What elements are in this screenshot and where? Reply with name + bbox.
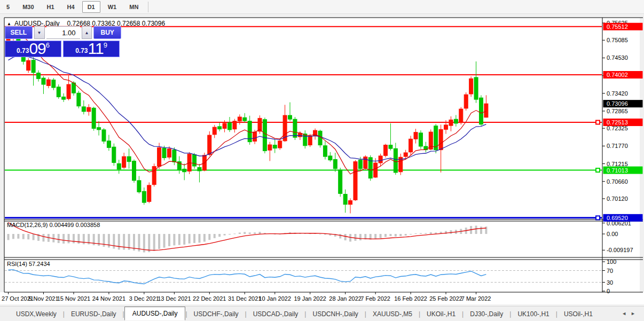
svg-text:30: 30 bbox=[607, 279, 613, 286]
svg-text:0.73420: 0.73420 bbox=[607, 90, 628, 97]
buy-button[interactable]: BUY bbox=[93, 26, 121, 39]
macd-bar bbox=[480, 226, 482, 234]
macd-bar bbox=[410, 234, 412, 234]
tab-usdchf-daily[interactable]: USDCHF-,Daily bbox=[187, 308, 245, 320]
candle-body bbox=[404, 153, 407, 156]
svg-text:13 Dec 2021: 13 Dec 2021 bbox=[158, 295, 191, 302]
chevron-down-icon: ▼ bbox=[37, 30, 42, 35]
candle-body bbox=[87, 107, 91, 112]
tab-dj30-daily[interactable]: DJ30-,Daily bbox=[464, 308, 509, 320]
candle-body bbox=[358, 160, 362, 169]
macd-bar bbox=[103, 234, 105, 247]
candle-body bbox=[172, 150, 176, 162]
macd-bar bbox=[344, 234, 347, 240]
tab-xauusd-m5[interactable]: XAUUSD-,M5 bbox=[366, 308, 419, 320]
macd-bar bbox=[214, 234, 216, 238]
candle-body bbox=[198, 167, 201, 171]
svg-text:28 Jan 2022: 28 Jan 2022 bbox=[329, 295, 362, 302]
sell-price-display[interactable]: 0.73 09 6 bbox=[5, 41, 61, 57]
tab-ukoil-h1[interactable]: UKOil-,H1 bbox=[420, 308, 462, 320]
volume-input[interactable] bbox=[46, 26, 80, 39]
candle-body bbox=[349, 201, 352, 205]
candle-body bbox=[142, 191, 146, 202]
candle-body bbox=[318, 131, 322, 145]
candle-body bbox=[162, 148, 166, 158]
candle-body bbox=[263, 120, 266, 151]
buy-price-pip: 9 bbox=[104, 41, 107, 49]
tab-scroll-left-icon[interactable]: ◄ bbox=[622, 311, 631, 316]
macd-bar bbox=[339, 234, 341, 238]
tab-usdcnh-daily[interactable]: USDCNH-,Daily bbox=[306, 308, 364, 320]
chevron-up-icon: ▲ bbox=[84, 30, 89, 35]
candle-body bbox=[409, 139, 413, 152]
candle-body bbox=[288, 115, 292, 119]
candle-body bbox=[67, 84, 70, 99]
panel-collapse-icon[interactable]: ▲ bbox=[7, 21, 11, 26]
macd-bar bbox=[384, 234, 387, 237]
candle-body bbox=[167, 149, 171, 158]
tab-eurusd-daily[interactable]: EURUSD-,Daily bbox=[65, 308, 123, 320]
price-level-badge-label: 0.71013 bbox=[607, 167, 628, 174]
candle-body bbox=[333, 159, 337, 168]
macd-bar bbox=[319, 234, 321, 234]
candle-body bbox=[183, 169, 186, 171]
candle-body bbox=[233, 121, 237, 129]
svg-text:25 Feb 2022: 25 Feb 2022 bbox=[429, 295, 462, 302]
candle-body bbox=[484, 104, 488, 118]
macd-bar bbox=[193, 234, 195, 243]
chart-tab-bar: USDX,Weekly|EURUSD-,Daily|AUDUSD-,Daily|… bbox=[0, 306, 644, 321]
candle-body bbox=[414, 132, 418, 139]
candle-body bbox=[27, 60, 30, 71]
candle-body bbox=[374, 163, 378, 177]
sell-price-pip: 6 bbox=[46, 41, 50, 49]
candle-body bbox=[227, 123, 231, 130]
volume-increase-button[interactable]: ▲ bbox=[82, 26, 92, 39]
level-handle[interactable] bbox=[596, 168, 600, 172]
level-handle[interactable] bbox=[596, 216, 600, 220]
price-level-badge-label: 0.74002 bbox=[607, 72, 628, 78]
mt4-window: 5M30H1H4D1W1MN 0.756250.750850.745300.73… bbox=[0, 0, 644, 321]
macd-bar bbox=[27, 234, 29, 239]
macd-bar bbox=[33, 234, 35, 240]
candle-body bbox=[474, 77, 478, 99]
sell-button[interactable]: SELL bbox=[5, 26, 33, 39]
svg-text:0.74530: 0.74530 bbox=[607, 54, 628, 61]
tab-scroll-right-icon[interactable]: ► bbox=[631, 311, 640, 316]
buy-price-display[interactable]: 0.73 11 9 bbox=[63, 41, 120, 57]
macd-bar bbox=[148, 234, 150, 252]
tab-usdx-weekly[interactable]: USDX,Weekly bbox=[10, 308, 63, 320]
macd-bar bbox=[254, 232, 256, 234]
candle-body bbox=[379, 156, 382, 163]
macd-bar bbox=[239, 232, 241, 234]
svg-text:7 Feb 2022: 7 Feb 2022 bbox=[360, 295, 390, 302]
macd-bar bbox=[380, 234, 382, 238]
candle-body bbox=[158, 147, 161, 166]
svg-text:0.75085: 0.75085 bbox=[607, 37, 628, 43]
candle-body bbox=[127, 156, 131, 162]
tab-scroll-arrows: ◄► bbox=[622, 311, 640, 316]
candle-body bbox=[449, 120, 453, 126]
candle-body bbox=[107, 141, 111, 148]
macd-bar bbox=[405, 234, 407, 236]
candle-body bbox=[82, 107, 85, 112]
candle-body bbox=[152, 167, 156, 185]
candle-body bbox=[62, 97, 66, 99]
tab-audusd-daily[interactable]: AUDUSD-,Daily bbox=[124, 307, 186, 320]
svg-text:16 Feb 2022: 16 Feb 2022 bbox=[394, 295, 427, 302]
level-handle[interactable] bbox=[596, 120, 600, 124]
macd-bar bbox=[389, 234, 391, 236]
candle-body bbox=[339, 170, 342, 193]
tab-usoil-h1[interactable]: USOil-,H1 bbox=[557, 308, 599, 320]
tab-usdcad-daily[interactable]: USDCAD-,Daily bbox=[247, 308, 305, 320]
macd-bar bbox=[203, 234, 206, 242]
macd-bar bbox=[77, 234, 80, 244]
candle-body bbox=[384, 145, 388, 156]
macd-bar bbox=[178, 234, 180, 245]
macd-bar bbox=[224, 234, 226, 236]
svg-text:3 Dec 2021: 3 Dec 2021 bbox=[129, 295, 159, 302]
macd-bar bbox=[420, 233, 422, 234]
candle-body bbox=[354, 162, 357, 200]
tab-uk100-h1[interactable]: UK100-,H1 bbox=[511, 308, 555, 320]
macd-bar bbox=[113, 234, 115, 249]
volume-decrease-button[interactable]: ▼ bbox=[34, 26, 45, 39]
